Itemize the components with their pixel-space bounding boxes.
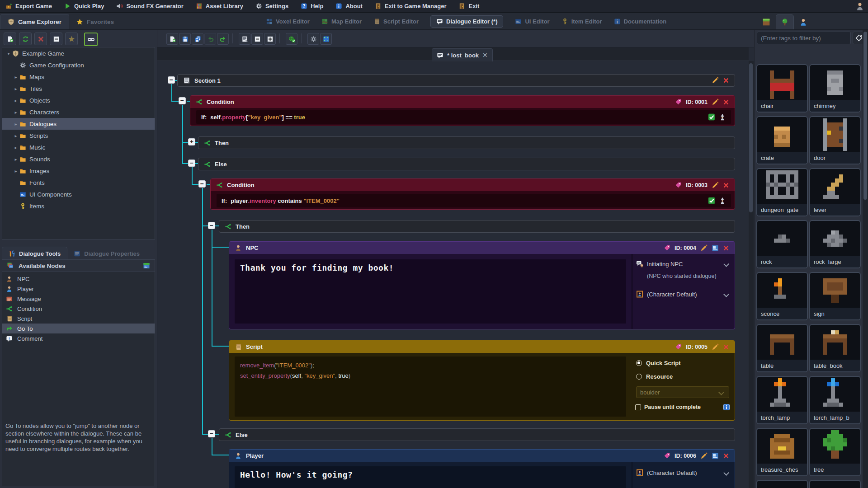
canvas-scrollbar[interactable] — [749, 61, 754, 488]
menu-item-quick-play[interactable]: Quick Play — [64, 3, 104, 9]
menu-item-export-game[interactable]: Export Game — [5, 3, 52, 9]
tree-item-fonts[interactable]: Fonts — [2, 177, 155, 188]
condition-expression[interactable]: If: player.inventory contains "ITEM_0002… — [217, 194, 731, 207]
pause-until-complete-checkbox[interactable]: Pause until complete — [635, 404, 730, 411]
character-portrait-dropdown[interactable]: (Character Default) — [636, 289, 730, 300]
tree-item-sounds[interactable]: ▸Sounds — [2, 153, 155, 165]
tab-dialogue-tools[interactable]: Dialogue Tools — [2, 247, 67, 260]
node-panel-icon[interactable] — [143, 262, 150, 269]
node-type-go-to[interactable]: Go To — [2, 324, 155, 333]
script-code-editor[interactable]: remove_item("ITEM_0002"); set_entity_pro… — [235, 357, 626, 417]
asset-tile-dungeon_gate[interactable]: dungeon_gate — [756, 168, 808, 216]
tab-documentation[interactable]: Documentation — [614, 18, 667, 25]
collapse-toggle[interactable]: − — [198, 180, 206, 188]
asset-tile-partial[interactable] — [809, 480, 861, 488]
expand-nodes-button[interactable] — [264, 33, 276, 45]
edit-pencil-icon[interactable] — [712, 182, 719, 189]
tree-expander-icon[interactable]: ▸ — [12, 75, 19, 80]
asset-tile-sign[interactable]: sign — [809, 272, 861, 320]
node-type-message[interactable]: Message — [2, 294, 155, 304]
tree-item-example-game[interactable]: ▾Example Game — [2, 47, 155, 59]
collapse-toggle[interactable]: − — [208, 430, 215, 437]
menu-item-exit-to-game-manager[interactable]: Exit to Game Manager — [375, 3, 447, 9]
collapse-all-button[interactable] — [50, 33, 62, 45]
redo-button[interactable] — [217, 33, 229, 45]
tree-item-game-configuration[interactable]: Game Configuration — [2, 59, 155, 71]
then-branch[interactable]: Then — [219, 220, 735, 233]
npc-node-0004[interactable]: NPC ID: 0004 Thank you for finding my bo… — [229, 241, 735, 329]
condition-node-0003[interactable]: Condition ID: 0003 If: player.inventory … — [210, 178, 735, 210]
tree-expander-icon[interactable]: ▸ — [12, 122, 19, 127]
link-button[interactable] — [84, 33, 98, 46]
tree-expander-icon[interactable]: ▸ — [12, 98, 19, 103]
asset-tile-table_book[interactable]: table_book — [809, 324, 861, 372]
document-tab[interactable]: * lost_book ✕ — [432, 48, 493, 61]
tab-map-editor[interactable]: Map Editor — [321, 18, 362, 25]
player-node-0006[interactable]: Player ID: 0006 Hello! How's it going? (… — [229, 449, 735, 488]
tag-filter-input[interactable] — [757, 32, 851, 44]
tree-item-maps[interactable]: ▸Maps — [2, 71, 155, 83]
delete-button[interactable] — [34, 33, 47, 45]
wizard-icon[interactable] — [719, 197, 726, 204]
tab-dialogue-editor-[interactable]: Dialogue Editor (*) — [430, 15, 503, 28]
tree-item-ui-components[interactable]: UI Components — [2, 188, 155, 200]
then-branch[interactable]: Then — [198, 136, 735, 149]
tree-item-images[interactable]: ▸Images — [2, 165, 155, 177]
node-type-npc[interactable]: NPC — [2, 274, 155, 284]
edit-pencil-icon[interactable] — [712, 343, 719, 351]
tree-item-characters[interactable]: ▸Characters — [2, 106, 155, 118]
tree-item-objects[interactable]: ▸Objects — [2, 94, 155, 106]
asset-tile-sconce[interactable]: sconce — [756, 272, 808, 320]
tab-voxel-editor[interactable]: Voxel Editor — [266, 18, 310, 25]
menu-item-sound-fx-generator[interactable]: Sound FX Generator — [116, 3, 183, 9]
tree-item-music[interactable]: ▸Music — [2, 141, 155, 153]
tab-game-explorer[interactable]: Game Explorer — [0, 14, 69, 29]
sections-button[interactable] — [239, 33, 250, 45]
asset-tile-torch_lamp_b[interactable]: torch_lamp_b — [809, 376, 861, 424]
delete-x-icon[interactable] — [723, 453, 729, 459]
node-type-comment[interactable]: Comment — [2, 333, 155, 343]
tree-expander-icon[interactable]: ▸ — [12, 133, 19, 138]
info-icon[interactable] — [723, 404, 730, 411]
tab-dialogue-properties[interactable]: Dialogue Properties — [67, 247, 146, 260]
portrait-list-icon[interactable] — [712, 244, 719, 252]
tree-item-dialogues[interactable]: ▸Dialogues — [2, 118, 155, 130]
resource-radio[interactable]: Resource — [636, 373, 730, 380]
node-type-condition[interactable]: Condition — [2, 304, 155, 314]
edit-pencil-icon[interactable] — [712, 99, 719, 106]
asset-tile-door[interactable]: door — [809, 116, 861, 164]
delete-x-icon[interactable] — [723, 99, 729, 105]
menu-item-about[interactable]: About — [335, 3, 363, 9]
character-portrait-dropdown[interactable]: (Character Default) — [636, 467, 730, 478]
asset-tile-treasure_ches[interactable]: treasure_ches — [756, 428, 808, 476]
add-asset-button[interactable] — [4, 33, 16, 45]
portrait-list-icon[interactable] — [712, 452, 719, 460]
tree-expander-icon[interactable]: ▸ — [12, 157, 19, 162]
save-button[interactable] — [179, 33, 191, 45]
close-tab-icon[interactable]: ✕ — [482, 52, 488, 59]
collapse-toggle[interactable]: − — [208, 222, 215, 229]
asset-tile-tree[interactable]: tree — [809, 428, 861, 476]
editor-settings-button[interactable] — [307, 33, 319, 45]
asset-tile-crate[interactable]: crate — [756, 116, 808, 164]
script-node-0005[interactable]: Script ID: 0005 remove_item("ITEM_0002")… — [229, 340, 735, 421]
panel-scrollbar[interactable] — [863, 30, 868, 488]
condition-expression[interactable]: If: self.property["key_given"] == true — [196, 110, 731, 124]
tree-item-scripts[interactable]: ▸Scripts — [2, 130, 155, 141]
asset-tile-chimney[interactable]: chimney — [809, 64, 861, 113]
tree-item-tiles[interactable]: ▸Tiles — [2, 83, 155, 94]
avatar[interactable] — [855, 2, 864, 11]
edit-pencil-icon[interactable] — [700, 452, 708, 460]
asset-tile-table[interactable]: table — [756, 324, 808, 372]
npc-dialogue-text[interactable]: Thank you for finding my book! — [235, 259, 626, 324]
player-dialogue-text[interactable]: Hello! How's it going? — [235, 466, 626, 488]
menu-item-asset-library[interactable]: Asset Library — [196, 3, 243, 9]
tree-expander-icon[interactable]: ▸ — [12, 110, 19, 115]
asset-tile-rock[interactable]: rock — [756, 220, 808, 268]
fit-view-button[interactable] — [320, 33, 332, 45]
save-all-button[interactable] — [192, 33, 203, 45]
else-branch[interactable]: Else — [219, 428, 735, 441]
collapse-toggle[interactable]: − — [168, 76, 175, 84]
asset-tile-chair[interactable]: chair — [756, 64, 808, 113]
delete-x-icon[interactable] — [723, 182, 729, 188]
